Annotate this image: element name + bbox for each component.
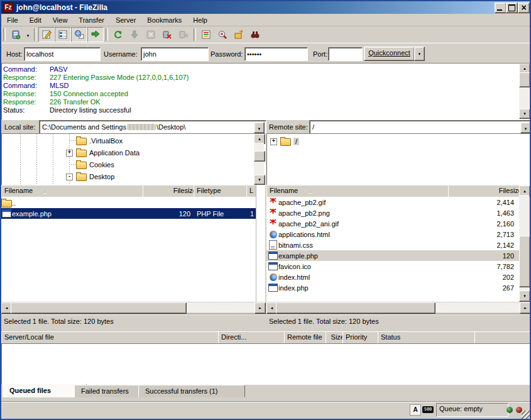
remote-site-label: Remote site: [269, 123, 308, 131]
port-input[interactable] [328, 47, 363, 61]
filter-button[interactable] [198, 27, 214, 42]
local-tree-pane[interactable] [1, 133, 266, 185]
file-size: 120 [143, 210, 190, 218]
password-input[interactable] [244, 47, 308, 61]
tree-item-virtualbox[interactable]: .VirtualBox [69, 135, 123, 146]
file-row-parent[interactable]: .. [1, 197, 256, 208]
local-hscroll-right[interactable] [255, 302, 266, 314]
disconnect-button[interactable] [159, 27, 175, 42]
file-row[interactable]: apache_pb2.gif 2,414 [266, 197, 519, 207]
php-file-icon [268, 251, 278, 260]
file-size: 267 [503, 284, 514, 292]
remote-site-dropdown[interactable] [520, 122, 531, 133]
cancel-button[interactable] [143, 27, 159, 42]
site-manager-button[interactable] [8, 27, 24, 42]
resize-grip[interactable] [522, 411, 530, 419]
menu-edit[interactable]: Edit [24, 15, 47, 25]
maximize-button[interactable] [506, 3, 518, 13]
expand-plus-icon[interactable]: + [270, 138, 277, 145]
file-row-selected[interactable]: example.php 120 PHP File 1 [1, 208, 256, 219]
remote-list-scroll-thumb[interactable] [519, 236, 530, 287]
file-name: example.php [12, 210, 52, 218]
menu-transfer[interactable]: Transfer [73, 15, 110, 25]
menu-help[interactable]: Help [187, 15, 213, 25]
remote-path: / [312, 123, 314, 131]
log-scroll-down[interactable] [519, 109, 530, 119]
tree-item-application-data[interactable]: + Application Data [69, 146, 140, 158]
quickconnect-bar: Host: Username: Password: Port: Quickcon… [1, 43, 530, 64]
queue-status-text: Queue: empty [436, 403, 508, 417]
file-row[interactable]: index.html 202 [266, 272, 519, 282]
toolbar-separator [3, 28, 6, 41]
remote-site-combobox[interactable]: / [309, 120, 531, 134]
local-site-dropdown[interactable] [254, 122, 265, 133]
file-row[interactable]: apache_pb2_ani.gif 2,160 [266, 218, 519, 229]
file-row[interactable]: apache_pb2.png 1,463 [266, 207, 519, 218]
tree-item-label: Application Data [89, 149, 140, 157]
remote-list-scroll-down[interactable] [519, 290, 530, 302]
file-name: apache_pb2.png [278, 209, 330, 217]
speedlimit-indicator-icon[interactable]: 500 [422, 406, 434, 413]
toolbar-separator [194, 28, 196, 41]
toggle-remote-tree-button[interactable] [71, 27, 87, 42]
expand-plus-icon[interactable]: + [66, 150, 73, 157]
tree-item-root[interactable]: + / [270, 135, 299, 147]
tree-item-label: .VirtualBox [89, 137, 123, 145]
quickconnect-dropdown[interactable] [414, 47, 425, 61]
password-label: Password: [211, 50, 243, 58]
username-input[interactable] [141, 47, 209, 61]
title-bar[interactable]: Fz john@localhost - FileZilla [1, 1, 530, 14]
file-row[interactable]: favicon.ico 7,782 [266, 261, 519, 272]
datatype-indicator-icon[interactable]: A [410, 404, 421, 416]
compare-directories-button[interactable] [214, 27, 231, 42]
quickconnect-button[interactable]: Quickconnect [364, 47, 415, 61]
process-queue-button[interactable] [126, 27, 143, 42]
receive-indicator-led [506, 407, 513, 413]
file-row[interactable]: applications.html 2,713 [266, 229, 519, 240]
close-button[interactable] [518, 3, 530, 13]
remote-tree-pane[interactable] [266, 133, 531, 185]
chevron-down-icon [258, 124, 261, 131]
app-icon: Fz [3, 3, 13, 13]
remote-tree-icon [74, 30, 84, 40]
file-row-selected[interactable]: example.php 120 [266, 250, 519, 261]
local-hscroll-thumb[interactable] [11, 302, 187, 314]
message-log-icon [41, 30, 52, 40]
menu-bookmarks[interactable]: Bookmarks [141, 15, 187, 25]
remote-hscroll-thumb[interactable] [276, 302, 435, 314]
remote-hscroll-right[interactable] [520, 302, 531, 314]
open-folder-icon [280, 138, 291, 146]
local-tree-scroll-down[interactable] [254, 175, 265, 185]
file-name: index.php [278, 284, 309, 292]
reconnect-button[interactable] [175, 27, 192, 42]
tree-item-desktop[interactable]: - Desktop [69, 170, 114, 182]
minimize-button[interactable] [495, 3, 506, 13]
host-input[interactable] [24, 47, 101, 61]
toggle-local-tree-button[interactable] [55, 27, 71, 42]
queue-list-area[interactable] [1, 343, 531, 385]
collapse-minus-icon[interactable]: - [66, 174, 73, 180]
tab-successful-transfers[interactable]: Successful transfers (1) [138, 385, 245, 397]
php-file-icon [268, 284, 278, 292]
menu-view[interactable]: View [47, 15, 74, 25]
username-label: Username: [104, 50, 138, 58]
refresh-button[interactable] [110, 27, 126, 42]
folder-icon [76, 138, 87, 145]
site-manager-dropdown[interactable] [24, 28, 32, 41]
menu-file[interactable]: File [1, 15, 24, 25]
file-row[interactable]: bitnami.css 2,142 [266, 240, 519, 250]
file-row[interactable]: index.php 267 [266, 282, 519, 293]
find-files-button[interactable] [247, 27, 263, 42]
file-type: PHP File [197, 210, 224, 218]
file-size: 202 [503, 274, 514, 281]
toggle-message-log-button[interactable] [38, 27, 55, 42]
log-scroll-thumb[interactable] [519, 72, 530, 87]
tree-item-label: Desktop [89, 173, 114, 180]
menu-server[interactable]: Server [110, 15, 141, 25]
local-site-combobox[interactable]: C:\Documents and Settings\Desktop\ [39, 120, 266, 134]
minimize-icon [497, 9, 502, 11]
tree-item-cookies[interactable]: Cookies [69, 158, 114, 170]
synchronized-browsing-button[interactable] [231, 27, 247, 42]
local-tree-scroll-thumb[interactable] [254, 151, 265, 162]
toggle-transfer-queue-button[interactable] [87, 27, 104, 42]
